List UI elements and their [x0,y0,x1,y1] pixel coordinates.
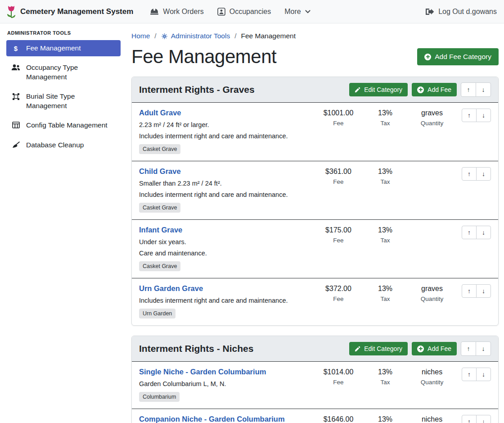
category-reorder-group: ↑ ↓ [461,82,491,97]
add-fee-label: Add Fee [428,345,451,352]
tax-label: Tax [362,379,409,386]
quantity-col [409,226,455,229]
fee-amount: $175.00 [315,226,362,234]
fee-reorder-group: ↑ ↓ [462,368,491,381]
sidebar-item-fee-management[interactable]: $ Fee Management [6,40,121,56]
fee-details: Adult Grave 2.23 m² / 24 ft² or larger.I… [139,109,315,154]
category-header: Interment Rights - Graves Edit Category … [132,77,498,102]
category-title: Interment Rights - Graves [139,84,255,95]
sidebar-heading: Administrator Tools [7,30,121,36]
move-fee-up-button[interactable]: ↑ [462,368,477,381]
add-fee-button[interactable]: Add Fee [412,83,457,96]
arrow-up-icon: ↑ [468,170,471,177]
arrow-up-icon: ↑ [467,86,470,93]
move-fee-up-button[interactable]: ↑ [462,226,477,239]
quantity-col [409,167,455,170]
add-fee-button[interactable]: Add Fee [412,342,457,355]
fee-amount-col: $1646.00 Fee [315,415,362,423]
fee-row: Adult Grave 2.23 m² / 24 ft² or larger.I… [132,102,498,161]
fee-amount-label: Fee [315,178,362,185]
fee-description: Includes interment right and care and ma… [139,132,311,140]
fee-amount-col: $361.00 Fee [315,167,362,185]
table-icon [11,122,20,128]
move-fee-up-button[interactable]: ↑ [462,167,477,181]
arrow-up-icon: ↑ [468,371,471,378]
add-fee-label: Add Fee [428,86,451,93]
plus-circle-icon [424,54,431,60]
move-fee-down-button[interactable]: ↓ [476,226,491,239]
move-fee-down-button[interactable]: ↓ [476,109,491,122]
fee-amount: $361.00 [315,168,362,176]
add-fee-category-button[interactable]: Add Fee Category [417,48,499,65]
nav-occupancies-label: Occupancies [230,8,271,16]
edit-category-button[interactable]: Edit Category [349,342,408,355]
fee-name-link[interactable]: Single Niche - Garden Columbarium [139,368,266,376]
fee-description: 2.23 m² / 24 ft² or larger. [139,121,311,128]
fee-row: Urn Garden Grave Includes interment righ… [132,278,498,325]
fee-details: Infant Grave Under six years.Care and ma… [139,226,315,271]
arrow-down-icon: ↓ [482,371,485,378]
quantity-label: Quantity [409,296,455,302]
breadcrumb-admin-tools-link[interactable]: Administrator Tools [161,32,230,40]
breadcrumb-separator: / [154,32,156,40]
sidebar-item-burial-site-type[interactable]: Burial Site Type Management [6,88,121,114]
main-nav: Work Orders Occupancies More [143,4,317,19]
breadcrumb-current: Fee Management [241,32,296,40]
sidebar-item-config-table[interactable]: Config Table Management [6,117,121,133]
categories: Interment Rights - Graves Edit Category … [131,77,499,423]
move-category-up-button[interactable]: ↑ [461,82,476,97]
fee-name-link[interactable]: Infant Grave [139,226,182,234]
move-fee-down-button[interactable]: ↓ [476,284,491,298]
nav-work-orders-label: Work Orders [163,8,203,16]
arrow-down-icon: ↓ [482,229,485,236]
fee-name-link[interactable]: Urn Garden Grave [139,284,203,293]
fee-row: Companion Niche - Garden Columbarium Gar… [132,409,498,423]
move-category-down-button[interactable]: ↓ [476,82,491,97]
sidebar-item-label: Fee Management [26,44,81,53]
fee-description: Includes interment right and care and ma… [139,297,311,304]
fee-name-link[interactable]: Companion Niche - Garden Columbarium [139,415,285,423]
fee-name-link[interactable]: Child Grave [139,167,181,176]
category-body: Adult Grave 2.23 m² / 24 ft² or larger.I… [132,102,498,325]
vector-square-icon [11,93,20,100]
move-fee-up-button[interactable]: ↑ [462,415,477,423]
fee-name-link[interactable]: Adult Grave [139,109,181,117]
tax-label: Tax [362,178,409,185]
fee-details: Companion Niche - Garden Columbarium Gar… [139,415,315,423]
breadcrumb-home-link[interactable]: Home [131,32,150,40]
sidebar-item-occupancy-type[interactable]: Occupancy Type Management [6,59,121,85]
brand-link[interactable]: Cemetery Management System [6,5,133,18]
tax-label: Tax [362,296,409,302]
fee-amount-label: Fee [315,379,362,386]
move-fee-down-button[interactable]: ↓ [476,415,491,423]
fee-row: Infant Grave Under six years.Care and ma… [132,219,498,278]
quantity-unit: graves [409,285,455,293]
breadcrumb-admin-tools-label: Administrator Tools [171,32,230,40]
category-actions: Edit Category Add Fee ↑ ↓ [349,82,491,97]
move-category-down-button[interactable]: ↓ [476,341,491,356]
fee-amount-label: Fee [315,120,362,127]
nav-more-label: More [284,8,301,16]
tax-amount: 13% [362,109,409,117]
sidebar-item-database-cleanup[interactable]: Database Cleanup [6,137,121,153]
logout-link[interactable]: Log Out d.gowans [418,4,498,19]
quantity-label: Quantity [409,379,455,386]
users-icon [11,64,20,71]
chevron-down-icon [305,10,310,14]
edit-category-button[interactable]: Edit Category [349,83,408,96]
quantity-col: graves Quantity [409,284,455,302]
move-fee-up-button[interactable]: ↑ [462,109,477,122]
sidebar-item-label: Burial Site Type Management [26,92,116,110]
nav-occupancies[interactable]: Occupancies [211,4,278,19]
category-header: Interment Rights - Niches Edit Category … [132,336,498,361]
move-fee-up-button[interactable]: ↑ [462,284,477,298]
nav-work-orders[interactable]: Work Orders [143,4,210,19]
move-fee-down-button[interactable]: ↓ [476,167,491,181]
tax-label: Tax [362,120,409,127]
fee-description: Includes interment right and care and ma… [139,191,311,198]
move-fee-down-button[interactable]: ↓ [476,368,491,381]
fee-type-badge: Casket Grave [139,261,180,271]
nav-more[interactable]: More [278,4,317,19]
fee-description: Care and maintenance. [139,250,311,257]
move-category-up-button[interactable]: ↑ [461,341,476,356]
